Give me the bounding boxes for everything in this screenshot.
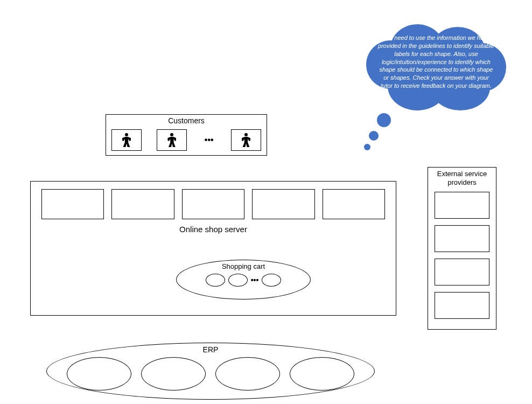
customers-panel: Customers •••	[106, 114, 267, 156]
thought-bubble: You need to use the information we have …	[366, 24, 506, 116]
person-icon	[122, 133, 131, 147]
server-services-row	[31, 182, 396, 224]
erp-item	[215, 357, 280, 391]
external-box	[435, 192, 489, 219]
external-box	[435, 225, 489, 252]
person-icon	[242, 133, 250, 147]
cart-item	[206, 274, 225, 287]
ellipsis: •••	[202, 135, 216, 145]
thought-tail-bubble	[369, 131, 379, 141]
erp-item	[141, 357, 206, 391]
external-providers-title: External service providers	[428, 168, 496, 189]
service-box	[182, 189, 244, 219]
cart-item	[228, 274, 248, 287]
external-box	[435, 259, 489, 285]
erp-title: ERP	[47, 343, 374, 354]
thought-tail-bubble	[377, 113, 391, 127]
erp-panel: ERP	[46, 343, 375, 400]
cart-items-row: •••	[177, 270, 310, 287]
shopping-cart-title: Shopping cart	[177, 260, 310, 270]
shopping-cart-panel: Shopping cart •••	[176, 260, 311, 299]
person-icon	[167, 133, 176, 147]
server-panel: Online shop server Shopping cart •••	[30, 181, 396, 316]
external-box	[435, 292, 489, 319]
service-box	[111, 189, 174, 219]
customer-box	[111, 129, 142, 151]
ellipsis: •••	[251, 276, 259, 284]
erp-item	[290, 357, 354, 391]
service-box	[252, 189, 314, 219]
thought-text: You need to use the information we have …	[377, 34, 495, 90]
customers-title: Customers	[106, 115, 267, 127]
cart-item	[262, 274, 281, 287]
thought-tail-bubble	[364, 144, 370, 150]
customer-box	[157, 129, 187, 151]
service-box	[41, 189, 104, 219]
service-box	[323, 189, 385, 219]
erp-items-row	[47, 354, 374, 391]
server-title: Online shop server	[31, 224, 396, 237]
external-providers-panel: External service providers	[428, 167, 496, 330]
customers-row: •••	[106, 127, 267, 155]
external-items-column	[428, 189, 496, 325]
customer-box	[231, 129, 261, 151]
erp-item	[67, 357, 131, 391]
